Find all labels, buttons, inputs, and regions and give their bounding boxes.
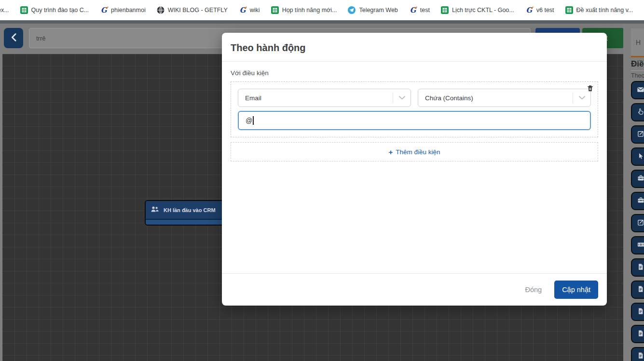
bookmark-label: test [420,7,430,13]
condition-group: Email Chứa (Contains) [231,81,598,137]
bookmarks-bar: dex...Quy trình đào tạo C...Gphienbanmoi… [0,0,644,20]
close-button[interactable]: Đóng [525,286,542,294]
briefcase-icon [637,197,644,205]
workflow-node-header: KH lần đầu vào CRM [146,201,226,219]
chevron-down-icon [393,96,411,100]
bookmark-item[interactable]: Quy trình đào tạo C... [20,6,89,14]
sidebar-divider [631,70,644,71]
workflow-name-value: trrê [36,35,46,42]
workflow-node-footer [146,219,226,225]
envelope-icon [637,86,644,95]
getfly-icon: G [525,6,533,14]
bookmark-item[interactable]: Gtest [409,6,430,14]
bookmark-item[interactable]: Đề xuất tính năng v... [565,6,633,14]
bookmark-item[interactable]: WIKI BLOG - GETFLY [157,6,228,14]
bookmark-label: Lịch trực CKTL - Goo... [452,7,514,13]
file-icon [637,308,644,316]
sheet-icon [271,6,279,14]
sidebar-tool-envelope[interactable] [631,81,644,99]
sidebar-heading: Điề [631,59,644,68]
add-condition-button[interactable]: + Thêm điều kiện [231,142,598,161]
modal-title: Theo hành động [231,41,598,54]
text-caret [253,116,254,125]
file-icon [637,285,644,294]
getfly-icon: G [100,6,108,14]
sheet-icon [565,6,573,14]
chevron-left-icon [11,33,16,43]
bookmark-label: Telegram Web [359,7,397,13]
briefcase-icon [637,174,644,183]
file-icon [637,352,644,361]
modal-header: Theo hành động [222,33,607,62]
update-button[interactable]: Cập nhật [554,281,598,299]
file-icon [637,263,644,272]
bookmark-item[interactable]: Gwiki [239,6,260,14]
sidebar-tool-file[interactable] [631,258,644,277]
chevron-down-icon [573,96,590,100]
bookmark-label: phienbanmoi [111,7,146,13]
bookmark-item[interactable]: Gphienbanmoi [100,6,146,14]
bookmarks-bar-border [0,20,644,24]
modal-footer: Đóng Cập nhật [222,273,607,306]
mouse-pointer-icon [637,153,644,161]
sidebar-tool-briefcase[interactable] [631,170,644,188]
sidebar-tool-money-bill[interactable] [631,236,644,254]
file-icon [637,330,644,338]
bookmark-item[interactable]: Họp tính năng mới... [271,6,337,14]
bookmark-label: Quy trình đào tạo C... [31,7,89,13]
back-button[interactable] [4,28,23,48]
sidebar-tool-mouse-pointer[interactable] [631,147,644,166]
delete-condition-button[interactable] [586,84,595,93]
condition-row: Email Chứa (Contains) [238,89,591,107]
getfly-icon: G [239,6,247,14]
condition-modal: Theo hành động Với điều kiện Email [222,33,607,306]
bookmark-label: WIKI BLOG - GETFLY [168,7,228,13]
sidebar-section-label: Theo [631,72,644,79]
sidebar-tool-list [631,81,644,361]
field-select[interactable]: Email [238,89,411,107]
right-sidebar: H Điề Theo [623,24,644,361]
telegram-icon [348,6,356,14]
sidebar-tool-file[interactable] [631,303,644,321]
operator-select[interactable]: Chứa (Contains) [418,89,591,107]
modal-body: Với điều kiện Email Chứa (Contains) [222,62,607,273]
workflow-node[interactable]: KH lần đầu vào CRM [145,200,227,226]
bookmark-item[interactable]: Telegram Web [348,6,397,14]
sheet-icon [441,6,449,14]
globe-icon [157,6,164,14]
pen-square-icon [637,219,644,227]
bookmark-label: wiki [250,7,260,13]
bookmark-label: v6 test [536,7,554,13]
condition-value-text: @ [246,117,252,124]
hand-pointer-icon [637,108,644,117]
operator-select-value: Chứa (Contains) [425,94,473,102]
sidebar-tab[interactable]: H [631,28,644,57]
condition-section-label: Với điều kiện [231,69,598,77]
plus-icon: + [388,148,393,156]
sidebar-tool-pen-square[interactable] [631,214,644,232]
condition-value-row: @ [238,111,591,130]
sidebar-tool-file[interactable] [631,347,644,361]
sidebar-tool-file[interactable] [631,325,644,343]
bookmark-item[interactable]: Gv6 test [525,6,554,14]
users-icon [151,206,159,214]
add-condition-label: Thêm điều kiện [396,148,440,156]
sheet-icon [20,6,28,14]
trash-icon [587,86,594,94]
bookmark-label: Đề xuất tính năng v... [576,7,633,13]
pen-square-icon [637,130,644,139]
condition-value-input[interactable]: @ [238,111,591,130]
sidebar-tool-pen-square[interactable] [631,125,644,144]
field-select-value: Email [245,94,261,102]
workflow-node-label: KH lần đầu vào CRM [164,207,216,213]
bookmark-label: Họp tính năng mới... [282,7,337,13]
getfly-icon: G [409,6,417,14]
sidebar-tool-hand-pointer[interactable] [631,103,644,121]
bookmark-label: dex... [0,7,9,13]
money-bill-icon [637,241,644,250]
sidebar-tool-file[interactable] [631,281,644,299]
sidebar-tool-briefcase[interactable] [631,192,644,210]
bookmark-item[interactable]: dex... [0,7,9,13]
bookmark-item[interactable]: Lịch trực CKTL - Goo... [441,6,514,14]
